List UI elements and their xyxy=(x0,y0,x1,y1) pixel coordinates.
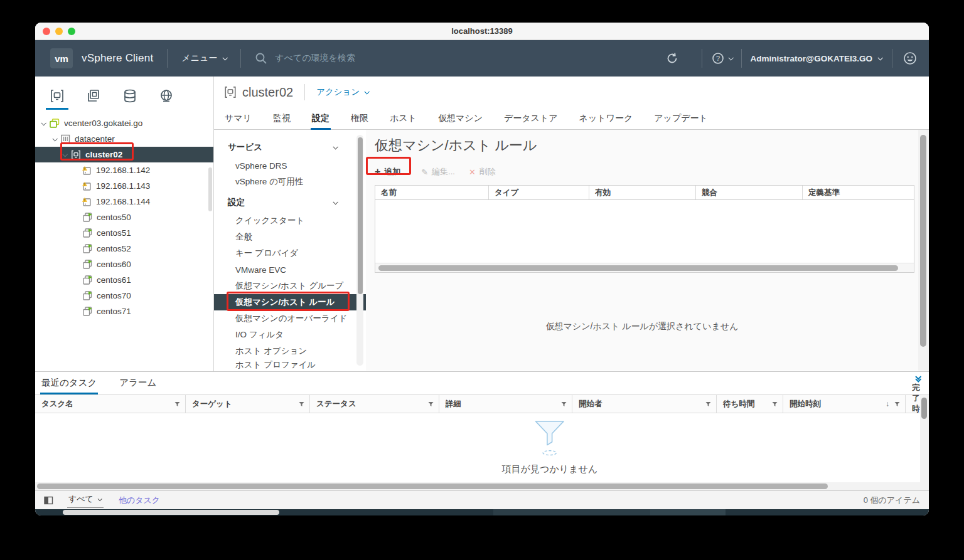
tab-storage[interactable] xyxy=(112,83,148,109)
tab-hosts[interactable]: ホスト xyxy=(388,108,418,129)
feedback-button[interactable] xyxy=(902,51,918,66)
column-header-initiator[interactable]: 開始者 xyxy=(572,395,717,413)
filter-icon[interactable] xyxy=(428,401,434,407)
column-header-queued-for[interactable]: 待ち時間 xyxy=(717,395,783,413)
column-header-status[interactable]: ステータス xyxy=(310,395,439,413)
tab-recent-tasks[interactable]: 最近のタスク xyxy=(41,377,97,394)
column-header-enabled[interactable]: 有効 xyxy=(589,186,696,199)
nav-item-vm-host-groups[interactable]: 仮想マシン/ホスト グループ xyxy=(214,278,366,294)
column-header-conflicts[interactable]: 競合 xyxy=(696,186,803,199)
nav-item-vsphere-drs[interactable]: vSphere DRS xyxy=(214,157,366,174)
tab-datastores[interactable]: データストア xyxy=(503,108,559,129)
actions-label: アクション xyxy=(316,87,360,98)
divider xyxy=(167,49,168,68)
filter-icon[interactable] xyxy=(299,401,304,407)
scroll-thumb[interactable] xyxy=(63,510,279,515)
tab-permissions[interactable]: 権限 xyxy=(350,108,370,129)
tree-item-vm[interactable]: centos70 xyxy=(35,288,213,304)
column-header-name[interactable]: 名前 xyxy=(375,186,489,199)
tree-scrollbar[interactable] xyxy=(208,167,212,211)
global-search-input[interactable]: すべての環境を検索 xyxy=(255,52,518,65)
tab-alarms[interactable]: アラーム xyxy=(119,377,156,394)
vm-running-icon xyxy=(83,275,92,285)
delete-rule-button[interactable]: ✕ 削除 xyxy=(469,166,496,177)
nav-item-general[interactable]: 全般 xyxy=(214,229,366,245)
tree-item-vm[interactable]: centos52 xyxy=(35,241,213,256)
filter-icon[interactable] xyxy=(174,401,180,407)
column-header-details[interactable]: 詳細 xyxy=(439,395,572,413)
menu-button[interactable]: メニュー xyxy=(181,53,227,64)
collapse-tasks-button[interactable] xyxy=(916,377,920,382)
scroll-thumb[interactable] xyxy=(920,135,926,347)
tab-hosts-and-clusters[interactable] xyxy=(39,83,75,109)
filter-icon[interactable] xyxy=(772,401,778,407)
tab-vms-and-templates[interactable] xyxy=(75,83,112,109)
tree-item-vm[interactable]: centos50 xyxy=(35,209,213,225)
tree-item-vcenter[interactable]: vcenter03.gokatei.go xyxy=(35,115,213,131)
rules-table-header: 名前 タイプ 有効 競合 定義基準 xyxy=(375,186,914,200)
scroll-thumb[interactable] xyxy=(358,137,363,294)
scroll-thumb[interactable] xyxy=(378,265,898,271)
column-header-target[interactable]: ターゲット xyxy=(186,395,310,413)
nav-item-key-provider[interactable]: キー プロバイダ xyxy=(214,245,366,262)
tasks-hscrollbar[interactable] xyxy=(35,482,929,490)
task-scope-select[interactable]: すべて xyxy=(67,492,104,508)
tab-configure[interactable]: 設定 xyxy=(311,108,331,129)
tree-item-cluster02[interactable]: cluster02 xyxy=(35,147,213,162)
column-header-defined-by[interactable]: 定義基準 xyxy=(803,186,914,199)
nav-group-configuration[interactable]: 設定 xyxy=(214,193,366,213)
nav-item-host-options[interactable]: ホスト オプション xyxy=(214,343,366,359)
tree-item-datacenter[interactable]: datacenter xyxy=(35,131,213,147)
scroll-thumb[interactable] xyxy=(921,398,927,419)
tree-item-vm[interactable]: centos51 xyxy=(35,225,213,241)
more-tasks-link[interactable]: 他のタスク xyxy=(119,495,160,506)
nav-item-host-profile[interactable]: ホスト プロファイル xyxy=(214,359,366,371)
columns-icon[interactable] xyxy=(44,496,53,505)
tree-item-host[interactable]: 192.168.1.144 xyxy=(35,194,213,209)
column-header-type[interactable]: タイプ xyxy=(489,186,589,199)
tree-item-label: centos50 xyxy=(97,213,131,222)
user-menu-button[interactable]: Administrator@GOKATEI3.GO xyxy=(751,54,882,63)
tree-item-host[interactable]: 192.168.1.142 xyxy=(35,162,213,178)
column-header-task-name[interactable]: タスク名 xyxy=(35,395,186,413)
nav-item-vm-overrides[interactable]: 仮想マシンのオーバーライド xyxy=(214,310,366,327)
tree-item-vm[interactable]: centos71 xyxy=(35,304,213,319)
rules-toolbar: + 追加... ✎ 編集... ✕ 削除 xyxy=(375,164,914,180)
tab-networks[interactable]: ネットワーク xyxy=(578,108,635,129)
content-vscrollbar[interactable] xyxy=(918,130,929,371)
main-body: vcenter03.gokatei.go datacenter cluster0… xyxy=(35,77,929,371)
tab-networking[interactable] xyxy=(148,83,185,109)
rules-hscrollbar[interactable] xyxy=(375,263,914,272)
nav-item-vsphere-availability[interactable]: vSphere の可用性 xyxy=(214,174,366,190)
tasks-vscrollbar[interactable] xyxy=(920,395,929,483)
actions-menu-button[interactable]: アクション xyxy=(316,87,368,98)
refresh-button[interactable] xyxy=(665,51,679,65)
vmware-logo[interactable]: vm xyxy=(50,48,73,68)
nav-item-vmware-evc[interactable]: VMware EVC xyxy=(214,262,366,278)
add-rule-button[interactable]: + 追加... xyxy=(375,166,407,177)
tab-updates[interactable]: アップデート xyxy=(653,108,709,129)
pencil-icon: ✎ xyxy=(421,167,428,177)
filter-icon[interactable] xyxy=(705,401,711,407)
filter-icon[interactable] xyxy=(561,401,567,407)
help-menu-button[interactable]: ? xyxy=(711,51,732,65)
nav-item-vm-host-rules[interactable]: 仮想マシン/ホスト ルール xyxy=(214,294,366,310)
tree-item-vm[interactable]: centos61 xyxy=(35,272,213,288)
expander-icon[interactable] xyxy=(41,120,46,125)
nav-item-quickstart[interactable]: クイックスタート xyxy=(214,213,366,229)
menu-label: メニュー xyxy=(181,53,217,64)
tab-summary[interactable]: サマリ xyxy=(223,108,253,129)
tab-vms[interactable]: 仮想マシン xyxy=(437,108,484,129)
tree-item-vm[interactable]: centos60 xyxy=(35,256,213,272)
configure-nav-scrollbar[interactable] xyxy=(356,135,363,366)
scroll-thumb[interactable] xyxy=(37,483,828,489)
column-header-start-time[interactable]: 開始時刻 ↓ xyxy=(783,395,906,413)
filter-icon[interactable] xyxy=(894,401,900,407)
expander-icon[interactable] xyxy=(62,152,67,157)
edit-rule-button[interactable]: ✎ 編集... xyxy=(421,166,455,177)
nav-item-io-filters[interactable]: I/O フィルタ xyxy=(214,327,366,343)
tab-monitor[interactable]: 監視 xyxy=(272,108,292,129)
nav-group-services[interactable]: サービス xyxy=(214,137,366,157)
tree-item-host[interactable]: 192.168.1.143 xyxy=(35,178,213,194)
expander-icon[interactable] xyxy=(52,136,57,141)
